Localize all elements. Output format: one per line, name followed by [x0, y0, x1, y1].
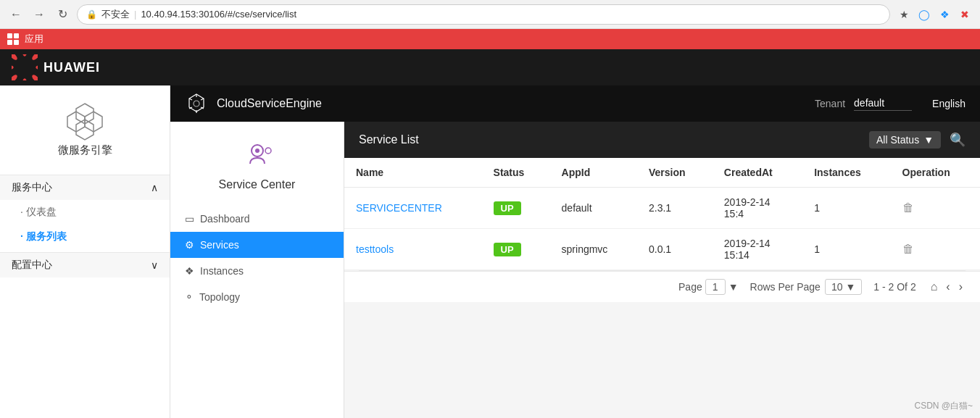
rows-per-page-select[interactable]: 10 ▼	[825, 279, 862, 295]
sidebar-item-dashboard[interactable]: · 仪表盘	[0, 200, 170, 225]
table-header-row: Name Status AppId Version CreatedAt Inst…	[344, 158, 980, 188]
right-panel: CloudServiceEngine Tenant default Englis…	[170, 85, 980, 418]
browser-actions: ★ ◯ ❖ ✖	[896, 7, 973, 22]
gear-icon: ⚙	[185, 239, 194, 251]
huawei-logo-text: HUAWEI	[43, 60, 100, 75]
sc-nav-topology[interactable]: ⚬ Topology	[170, 284, 344, 310]
cse-title: CloudServiceEngine	[217, 97, 806, 110]
url-bar[interactable]: 🔒 不安全 | 10.40.94.153:30106/#/cse/service…	[77, 4, 890, 25]
col-operation: Operation	[891, 158, 980, 188]
status-filter[interactable]: All Status ▼	[869, 131, 941, 149]
star-icon[interactable]: ★	[896, 7, 912, 22]
svg-point-22	[265, 148, 271, 154]
prev-page-button[interactable]: ‹	[943, 279, 952, 295]
row2-appid: springmvc	[550, 229, 637, 270]
sidebar-item-services[interactable]: · 服务列表	[0, 225, 170, 249]
svg-point-13	[194, 101, 199, 106]
sidebar-section-header-config[interactable]: 配置中心 ∨	[0, 252, 170, 277]
service-center-nav-icon	[239, 136, 275, 172]
page-number-input[interactable]: 1	[705, 279, 726, 295]
svg-line-16	[201, 99, 204, 100]
row1-status-badge: UP	[494, 201, 521, 215]
menu-icon[interactable]: ✖	[957, 7, 973, 22]
main-container: 微服务引擎 服务中心 ∧ · 仪表盘 · 服务列表 配置中心 ∨	[0, 85, 980, 418]
sc-nav-dashboard[interactable]: ▭ Dashboard	[170, 206, 344, 232]
row2-version: 0.0.1	[637, 229, 713, 270]
sc-nav: Service Center ▭ Dashboard ⚙ Services ❖ …	[170, 122, 344, 418]
rows-per-page: Rows Per Page 10 ▼	[750, 279, 863, 295]
svg-point-6	[12, 65, 14, 70]
rows-dropdown-icon: ▼	[845, 281, 855, 293]
page-dropdown-icon[interactable]: ▼	[728, 281, 739, 293]
lock-icon: 🔒	[86, 9, 97, 20]
forward-button[interactable]: →	[30, 6, 48, 23]
reload-button[interactable]: ↻	[54, 6, 71, 23]
sidebar-main-label: 微服务引擎	[58, 143, 112, 157]
row1-delete-icon[interactable]: 🗑	[902, 201, 914, 214]
row2-status-badge: UP	[494, 243, 521, 256]
service-section-label: 服务中心	[12, 181, 52, 194]
status-filter-label: All Status	[876, 134, 919, 146]
watermark: CSDN @白猫~	[914, 400, 973, 412]
sc-nav-services-label: Services	[200, 239, 239, 251]
row2-instances: 1	[802, 229, 890, 270]
service-list-title: Service List	[359, 133, 419, 146]
row2-name: testtools	[344, 229, 482, 270]
table-row: SERVICECENTER UP default 2.3.1 2019-2-14…	[344, 188, 980, 229]
pagination-nav: ⌂ ‹ ›	[928, 279, 966, 295]
service-list-controls: All Status ▼ 🔍	[869, 131, 966, 149]
service-list-header: Service List All Status ▼ 🔍	[344, 122, 980, 158]
next-page-button[interactable]: ›	[956, 279, 966, 295]
sc-nav-instances[interactable]: ❖ Instances	[170, 258, 344, 284]
service-list-panel: Service List All Status ▼ 🔍 Name	[344, 122, 980, 418]
security-label: 不安全	[101, 8, 130, 21]
svg-point-3	[31, 74, 38, 80]
page-label: Page	[678, 281, 702, 293]
search-icon-btn[interactable]: 🔍	[950, 132, 966, 148]
svg-point-4	[22, 78, 27, 80]
col-name: Name	[344, 158, 482, 188]
cse-language[interactable]: English	[932, 98, 966, 109]
cse-tenant-label: Tenant	[815, 98, 845, 109]
sc-nav-instances-label: Instances	[200, 265, 244, 277]
sidebar-icon-area: 微服务引擎	[58, 100, 112, 169]
cse-tenant-value[interactable]: default	[854, 97, 912, 111]
app-bar-label: 应用	[25, 33, 43, 46]
topology-icon: ⚬	[185, 291, 194, 303]
table-row: testtools UP springmvc 0.0.1 2019-2-14 1…	[344, 229, 980, 270]
back-button[interactable]: ←	[7, 6, 25, 23]
svg-point-2	[36, 65, 38, 70]
instances-icon: ❖	[185, 265, 194, 277]
row1-version: 2.3.1	[637, 188, 713, 229]
pagination-bar: Page 1 ▼ Rows Per Page 10 ▼ 1 - 2 Of 2	[344, 271, 980, 302]
row2-createdat: 2019-2-14 15:14	[713, 229, 802, 270]
grid-icon	[7, 33, 19, 45]
cse-logo-icon	[185, 92, 208, 115]
huawei-logo-icon	[12, 54, 38, 80]
row2-name-link[interactable]: testtools	[356, 243, 394, 255]
svg-line-18	[189, 99, 192, 100]
col-instances: Instances	[802, 158, 890, 188]
sidebar-section-service: 服务中心 ∧ · 仪表盘 · 服务列表	[0, 175, 170, 249]
first-page-button[interactable]: ⌂	[928, 279, 941, 295]
row2-status: UP	[482, 229, 550, 270]
sc-nav-label: Service Center	[219, 178, 296, 191]
svg-point-21	[255, 149, 259, 153]
row1-operation: 🗑	[891, 188, 980, 229]
profile-icon[interactable]: ◯	[916, 7, 932, 22]
chevron-up-icon: ∧	[151, 182, 158, 193]
extensions-icon[interactable]: ❖	[937, 7, 952, 22]
row1-appid: default	[550, 188, 637, 229]
header: HUAWEI	[0, 49, 980, 85]
sc-nav-services[interactable]: ⚙ Services	[170, 232, 344, 258]
sc-nav-icon-area: Service Center	[170, 136, 344, 191]
row2-delete-icon[interactable]: 🗑	[902, 243, 914, 255]
row1-name-link[interactable]: SERVICECENTER	[356, 202, 442, 214]
service-table: Name Status AppId Version CreatedAt Inst…	[344, 158, 980, 270]
chevron-down-icon: ∨	[151, 259, 158, 271]
sidebar-item-dashboard-label: · 仪表盘	[20, 206, 57, 219]
cse-topbar: CloudServiceEngine Tenant default Englis…	[170, 85, 980, 122]
svg-point-0	[22, 54, 27, 57]
row1-createdat: 2019-2-14 15:4	[713, 188, 802, 229]
sidebar-section-header-service[interactable]: 服务中心 ∧	[0, 175, 170, 200]
